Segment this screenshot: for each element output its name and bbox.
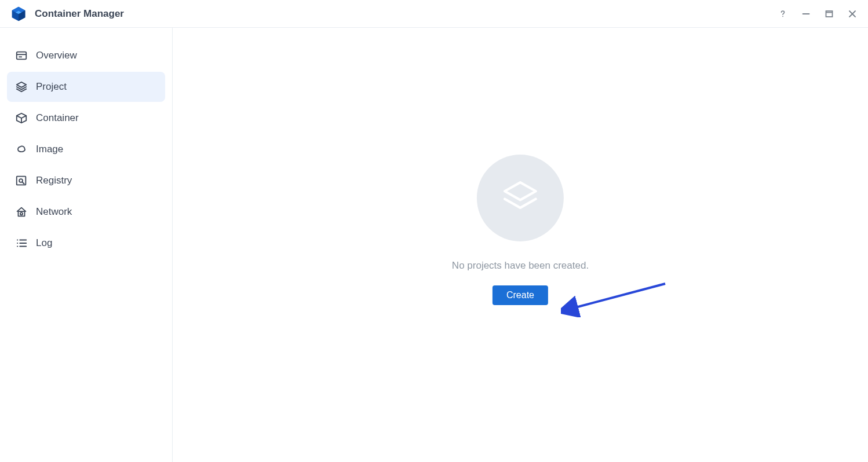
main-content: No projects have been created. Create bbox=[173, 28, 868, 462]
container-icon bbox=[15, 112, 28, 124]
empty-state: No projects have been created. Create bbox=[452, 155, 589, 305]
sidebar-item-container[interactable]: Container bbox=[7, 103, 165, 133]
empty-state-message: No projects have been created. bbox=[452, 260, 589, 272]
sidebar-item-project[interactable]: Project bbox=[7, 72, 165, 102]
svg-point-23 bbox=[17, 245, 18, 247]
sidebar-item-label: Log bbox=[36, 237, 52, 249]
log-icon bbox=[15, 237, 28, 250]
titlebar: Container Manager bbox=[0, 0, 868, 28]
empty-state-icon bbox=[477, 155, 564, 241]
sidebar: Overview Project bbox=[0, 28, 173, 462]
network-icon bbox=[15, 206, 28, 218]
sidebar-item-label: Image bbox=[36, 144, 63, 155]
maximize-icon[interactable] bbox=[824, 9, 834, 19]
sidebar-item-label: Overview bbox=[36, 50, 77, 61]
sidebar-item-label: Container bbox=[36, 112, 79, 124]
sidebar-item-registry[interactable]: Registry bbox=[7, 166, 165, 196]
help-icon[interactable] bbox=[778, 9, 788, 19]
svg-point-19 bbox=[17, 239, 18, 240]
minimize-icon[interactable] bbox=[801, 9, 811, 19]
svg-point-3 bbox=[782, 16, 783, 17]
sidebar-item-label: Registry bbox=[36, 175, 72, 186]
sidebar-item-label: Network bbox=[36, 206, 72, 218]
create-button[interactable]: Create bbox=[493, 285, 548, 305]
svg-point-21 bbox=[17, 243, 18, 244]
sidebar-item-log[interactable]: Log bbox=[7, 228, 165, 258]
svg-line-16 bbox=[22, 182, 24, 184]
app-title: Container Manager bbox=[35, 8, 778, 20]
close-icon[interactable] bbox=[847, 9, 858, 19]
svg-marker-12 bbox=[17, 82, 27, 87]
project-icon bbox=[15, 80, 28, 93]
registry-icon bbox=[15, 174, 28, 187]
sidebar-item-overview[interactable]: Overview bbox=[7, 41, 165, 71]
overview-icon bbox=[15, 49, 28, 62]
sidebar-item-image[interactable]: Image bbox=[7, 134, 165, 164]
svg-point-18 bbox=[20, 212, 23, 215]
app-icon bbox=[10, 6, 27, 22]
svg-rect-5 bbox=[826, 11, 833, 17]
sidebar-item-label: Project bbox=[36, 81, 67, 93]
window-controls bbox=[778, 9, 858, 19]
svg-marker-25 bbox=[505, 182, 536, 200]
window-body: Overview Project bbox=[0, 28, 868, 462]
image-icon bbox=[15, 143, 28, 156]
svg-rect-9 bbox=[17, 52, 27, 60]
sidebar-item-network[interactable]: Network bbox=[7, 197, 165, 227]
app-window: Container Manager bbox=[0, 0, 868, 462]
